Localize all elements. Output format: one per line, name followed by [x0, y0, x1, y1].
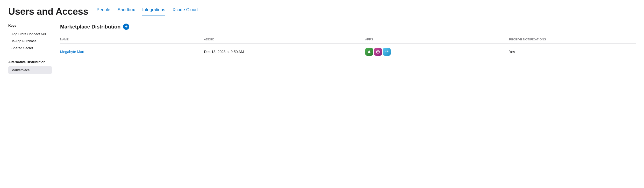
- page-header: Users and Access People Sandbox Integrat…: [0, 0, 644, 17]
- col-header-apps: APPS: [365, 35, 509, 44]
- sidebar-item-marketplace[interactable]: Marketplace: [8, 66, 52, 74]
- tab-integrations[interactable]: Integrations: [142, 7, 165, 16]
- row-notifications-cell: Yes: [509, 44, 636, 60]
- keys-section-title: Keys: [8, 24, 52, 27]
- tab-sandbox[interactable]: Sandbox: [118, 7, 135, 16]
- row-added-cell: Dec 13, 2023 at 9:50 AM: [204, 44, 365, 60]
- table-header: NAME ADDED APPS RECEIVE NOTIFICATIONS: [60, 35, 636, 44]
- row-apps-cell: [365, 44, 509, 60]
- row-name-cell: Megabyte Mart: [60, 44, 204, 60]
- alt-distribution-title: Alternative Distribution: [8, 60, 52, 64]
- tab-navigation: People Sandbox Integrations Xcode Cloud: [97, 7, 198, 16]
- page-content: Keys App Store Connect API In-App Purcha…: [0, 17, 644, 80]
- col-header-name: NAME: [60, 35, 204, 44]
- tab-xcode-cloud[interactable]: Xcode Cloud: [173, 7, 198, 16]
- main-content: Marketplace Distribution + NAME ADDED AP…: [60, 24, 636, 74]
- apps-icons: [365, 48, 505, 56]
- section-title: Marketplace Distribution: [60, 24, 120, 30]
- app-icon-2: [374, 48, 382, 56]
- app-icon-1: [365, 48, 373, 56]
- marketplace-table: NAME ADDED APPS RECEIVE NOTIFICATIONS Me…: [60, 35, 636, 60]
- sidebar-item-shared-secret[interactable]: Shared Secret: [8, 45, 52, 52]
- col-header-notifications: RECEIVE NOTIFICATIONS: [509, 35, 636, 44]
- table-row: Megabyte Mart Dec 13, 2023 at 9:50 AM: [60, 44, 636, 60]
- add-marketplace-button[interactable]: +: [123, 24, 129, 30]
- sidebar: Keys App Store Connect API In-App Purcha…: [8, 24, 60, 74]
- col-header-added: ADDED: [204, 35, 365, 44]
- megabyte-mart-link[interactable]: Megabyte Mart: [60, 50, 84, 54]
- section-header: Marketplace Distribution +: [60, 24, 636, 30]
- tab-people[interactable]: People: [97, 7, 110, 16]
- page-title: Users and Access: [8, 6, 88, 17]
- sidebar-divider: [8, 56, 52, 56]
- plus-icon: +: [125, 24, 128, 29]
- sidebar-item-in-app-purchase[interactable]: In-App Purchase: [8, 38, 52, 45]
- app-icon-3: [383, 48, 391, 56]
- sidebar-item-app-store-connect-api[interactable]: App Store Connect API: [8, 31, 52, 38]
